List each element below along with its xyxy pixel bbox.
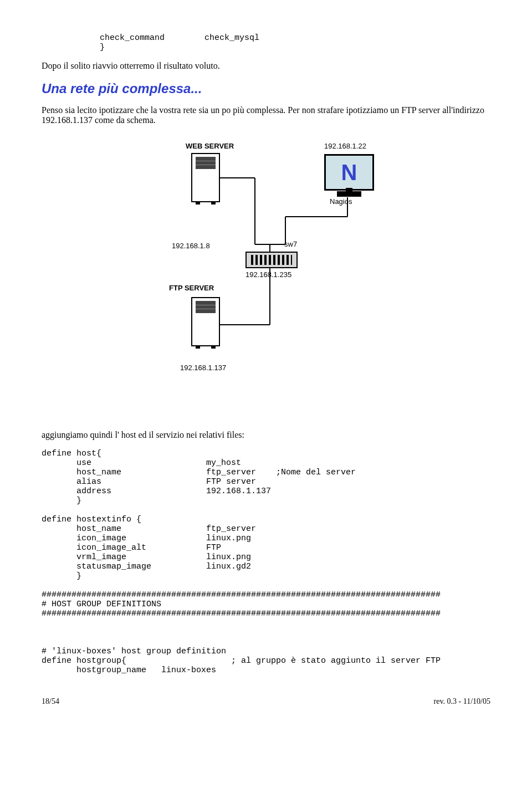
label-ftp-ip: 192.168.1.137 bbox=[180, 364, 226, 372]
switch-icon bbox=[245, 252, 298, 268]
paragraph-restart: Dopo il solito riavvio otterremo il risu… bbox=[42, 61, 490, 71]
section-heading: Una rete più complessa... bbox=[42, 81, 490, 96]
label-switch-ip: 192.168.1.235 bbox=[245, 270, 291, 279]
code-define-host: define host{ use my_host host_name ftp_s… bbox=[42, 449, 490, 675]
footer-revision: rev. 0.3 - 11/10/05 bbox=[434, 697, 490, 706]
code-check-command: check_command check_mysql } bbox=[75, 33, 490, 52]
footer-page-number: 18/54 bbox=[42, 697, 59, 706]
network-diagram: WEB SERVER 192.168.1.22 N Nagios 192.168… bbox=[119, 142, 413, 408]
label-ftp-server: FTP SERVER bbox=[169, 284, 214, 292]
paragraph-add-host: aggiungiamo quindi l' host ed il servizi… bbox=[42, 430, 490, 440]
paragraph-intro: Penso sia lecito ipotizzare che la vostr… bbox=[42, 105, 490, 125]
page-footer: 18/54 rev. 0.3 - 11/10/05 bbox=[42, 697, 490, 706]
ftp-server-icon bbox=[191, 297, 220, 346]
label-switch: sw7 bbox=[284, 240, 297, 248]
label-web-ip: 192.168.1.8 bbox=[172, 242, 210, 250]
